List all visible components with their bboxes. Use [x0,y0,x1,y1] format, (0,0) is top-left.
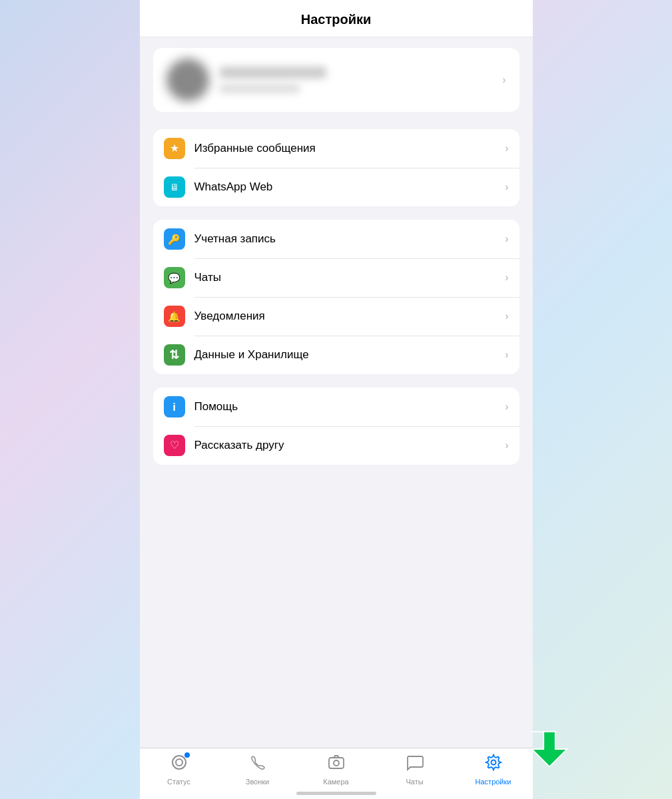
chats-settings-icon: 💬 [164,267,185,288]
menu-item-invite[interactable]: ♡ Рассказать другу › [153,426,519,465]
chevron-invite: › [505,439,508,451]
menu-item-help[interactable]: i Помощь › [153,388,519,426]
content-scroll: › ★ Избранные сообщения › 🖥 WhatsApp Web [140,37,533,799]
chevron-account: › [505,233,508,245]
menu-card-1: ★ Избранные сообщения › 🖥 WhatsApp Web › [153,129,519,206]
menu-group-3: i Помощь › ♡ Рассказать другу › [140,381,533,471]
profile-name [220,67,326,79]
chevron-notifications: › [505,310,508,322]
page-title-bar: Настройки [140,0,533,37]
avatar [167,59,209,101]
home-indicator [296,792,376,795]
menu-label-help: Помощь [194,400,505,413]
account-icon: 🔑 [164,228,185,250]
nav-label-chats-tab: Чаты [406,778,423,786]
menu-label-whatsapp-web: WhatsApp Web [194,180,505,194]
menu-item-notifications[interactable]: 🔔 Уведомления › [153,297,519,336]
svg-rect-3 [329,758,344,768]
menu-label-storage: Данные и Хранилище [194,348,505,362]
nav-item-calls[interactable]: Звонки [238,754,278,786]
nav-label-status: Статус [167,778,190,786]
profile-info [220,67,492,93]
svg-point-4 [334,760,339,766]
nav-label-camera: Камера [323,778,348,786]
star-icon: ★ [164,138,185,159]
svg-point-5 [491,760,496,765]
profile-chevron: › [502,74,505,86]
nav-label-calls: Звонки [246,778,270,786]
nav-item-status[interactable]: Статус [159,754,199,786]
svg-marker-0 [531,732,567,767]
nav-label-settings-tab: Настройки [476,778,511,786]
chevron-chats: › [505,272,508,284]
help-icon: i [164,396,185,417]
status-nav-icon [170,754,188,775]
chevron-storage: › [505,349,508,361]
calls-nav-icon [249,754,266,775]
menu-card-2: 🔑 Учетная запись › 💬 Чаты › 🔔 [153,220,519,374]
menu-item-chats[interactable]: 💬 Чаты › [153,258,519,297]
menu-card-3: i Помощь › ♡ Рассказать другу › [153,388,519,465]
chevron-whatsapp-web: › [505,181,508,193]
menu-label-notifications: Уведомления [194,310,505,323]
menu-item-starred[interactable]: ★ Избранные сообщения › [153,129,519,168]
menu-item-whatsapp-web[interactable]: 🖥 WhatsApp Web › [153,168,519,206]
phone-container: Настройки › ★ Избранные сообщения [140,0,533,799]
notifications-icon: 🔔 [164,306,185,327]
svg-point-1 [172,756,186,769]
menu-group-2: 🔑 Учетная запись › 💬 Чаты › 🔔 [140,213,533,381]
nav-item-chats-tab[interactable]: Чаты [395,754,435,786]
chevron-starred: › [505,142,508,154]
page-title: Настройки [301,12,372,27]
camera-nav-icon [328,754,345,775]
svg-point-2 [176,759,182,766]
nav-item-settings-tab[interactable]: Настройки [474,754,513,786]
invite-icon: ♡ [164,435,185,456]
chevron-help: › [505,401,508,413]
menu-label-invite: Рассказать другу [194,439,505,452]
chats-nav-icon [406,754,424,775]
menu-item-account[interactable]: 🔑 Учетная запись › [153,220,519,258]
menu-group-1: ★ Избранные сообщения › 🖥 WhatsApp Web › [140,123,533,213]
menu-label-starred: Избранные сообщения [194,142,505,155]
menu-item-storage[interactable]: ⇅ Данные и Хранилище › [153,336,519,374]
settings-nav-icon [485,754,502,775]
profile-card[interactable]: › [153,48,519,112]
web-icon: 🖥 [164,176,185,198]
menu-label-account: Учетная запись [194,232,505,246]
storage-icon: ⇅ [164,344,185,366]
nav-item-camera[interactable]: Камера [316,754,356,786]
profile-section: › [140,37,533,123]
profile-phone [220,84,300,93]
menu-label-chats: Чаты [194,271,505,284]
